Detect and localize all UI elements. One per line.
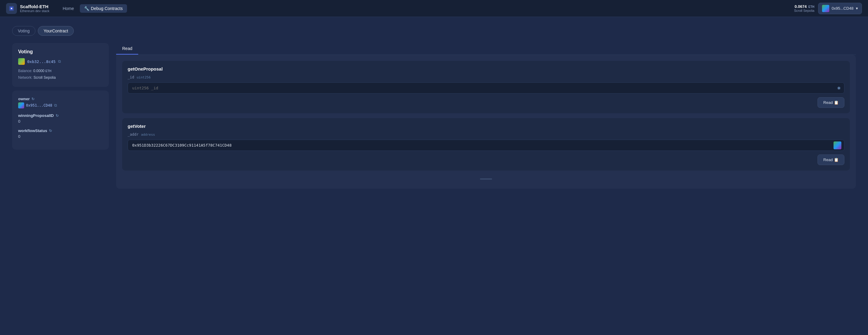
param-row-id: _id uint256 xyxy=(128,75,844,79)
brand-title: Scaffold-ETH xyxy=(20,4,49,9)
tab-voting[interactable]: Voting xyxy=(12,26,35,36)
owner-refresh-icon[interactable]: ↻ xyxy=(31,97,34,101)
param-type-id: uint256 xyxy=(137,76,151,79)
tab-yourcontract[interactable]: YourContract xyxy=(38,26,74,36)
workflow-label: workflowStatus xyxy=(18,129,47,133)
function-card-getoneproposal: getOneProposal _id uint256 ✱ Read 📋 xyxy=(122,61,850,113)
winning-label: winningProposalID xyxy=(18,113,54,118)
eth-balance: 0.0674 ETH Scroll Sepolia xyxy=(794,4,814,12)
owner-addr-text: 0x951...CD48 xyxy=(26,103,52,108)
function-name-getvoter: getVoter xyxy=(128,123,844,129)
param-name-id: _id xyxy=(128,75,134,79)
param-type-addr: address xyxy=(141,133,155,137)
svg-rect-2 xyxy=(11,8,12,9)
wallet-button[interactable]: 0x95...CD48 ▾ xyxy=(818,3,862,14)
input-wrapper-id: ✱ xyxy=(128,82,844,93)
scroll-indicator-area xyxy=(122,175,850,183)
brand-logo xyxy=(6,3,17,14)
navbar-right: 0.0674 ETH Scroll Sepolia 0x95...CD48 ▾ xyxy=(794,3,862,14)
nav-debug-label: Debug Contracts xyxy=(91,6,123,11)
param-input-id[interactable] xyxy=(128,82,844,93)
right-panel: Read getOneProposal _id uint256 ✱ xyxy=(116,43,856,189)
eth-amount: 0.0674 ETH xyxy=(794,4,814,9)
workflow-value: 0 xyxy=(18,134,103,139)
main-content: Voting YourContract Voting 0xb32...8c45 … xyxy=(0,17,868,198)
chevron-down-icon: ▾ xyxy=(856,6,858,10)
input-star-icon: ✱ xyxy=(837,86,841,90)
voting-contract-name: Voting xyxy=(18,49,103,55)
functions-panel: getOneProposal _id uint256 ✱ Read 📋 xyxy=(116,55,856,189)
param-name-addr: _addr xyxy=(128,132,138,137)
nav-home[interactable]: Home xyxy=(58,4,78,13)
tab-read[interactable]: Read xyxy=(116,43,138,55)
param-row-addr: _addr address xyxy=(128,132,844,137)
nav-links: Home 🔧 Debug Contracts xyxy=(58,4,127,13)
winning-refresh-icon[interactable]: ↻ xyxy=(56,114,59,118)
owner-avatar xyxy=(18,102,24,108)
workflow-refresh-icon[interactable]: ↻ xyxy=(49,129,52,133)
content-layout: Voting 0xb32...8c45 ⧉ Balance: 0.0000 ET… xyxy=(12,43,856,189)
input-wrapper-addr xyxy=(128,140,844,151)
owner-label: owner xyxy=(18,96,30,101)
owner-address: 0x951...CD48 ⧉ xyxy=(18,102,103,108)
contract-addr-text: 0xb32...8c45 xyxy=(27,59,56,64)
contract-address-row: 0xb32...8c45 ⧉ xyxy=(18,58,103,65)
read-button-getvoter[interactable]: Read 📋 xyxy=(817,155,844,165)
state-item-winning: winningProposalID ↻ 0 xyxy=(18,113,103,123)
input-avatar-addr xyxy=(834,141,841,149)
wallet-avatar xyxy=(822,5,829,12)
function-card-getvoter: getVoter _addr address Read 📋 xyxy=(122,118,850,170)
scroll-indicator xyxy=(480,178,492,179)
eth-network: Scroll Sepolia xyxy=(794,9,814,12)
navbar: Scaffold-ETH Ethereum dev stack Home 🔧 D… xyxy=(0,0,868,17)
read-button-getoneproposal[interactable]: Read 📋 xyxy=(817,97,844,108)
brand-subtitle: Ethereum dev stack xyxy=(20,9,49,13)
winning-value: 0 xyxy=(18,119,103,123)
owner-copy-icon[interactable]: ⧉ xyxy=(54,103,57,108)
state-card: owner ↻ 0x951...CD48 ⧉ winningProposalID… xyxy=(12,90,109,150)
contract-tabs: Voting YourContract xyxy=(12,26,856,36)
voting-info-card: Voting 0xb32...8c45 ⧉ Balance: 0.0000 ET… xyxy=(12,43,109,87)
copy-icon[interactable]: ⧉ xyxy=(58,59,61,64)
read-tab-bar: Read xyxy=(116,43,856,55)
state-item-owner: owner ↻ 0x951...CD48 ⧉ xyxy=(18,96,103,108)
debug-icon: 🔧 xyxy=(84,6,89,11)
contract-addr-avatar xyxy=(18,58,25,65)
param-input-addr[interactable] xyxy=(128,140,844,151)
nav-debug[interactable]: 🔧 Debug Contracts xyxy=(80,4,127,13)
left-panel: Voting 0xb32...8c45 ⧉ Balance: 0.0000 ET… xyxy=(12,43,109,150)
brand: Scaffold-ETH Ethereum dev stack xyxy=(6,3,49,14)
wallet-address: 0x95...CD48 xyxy=(832,6,854,10)
function-name-getoneproposal: getOneProposal xyxy=(128,66,844,72)
contract-meta: Balance: 0.0000 ETH Network: Scroll Sepo… xyxy=(18,68,103,81)
state-item-workflow: workflowStatus ↻ 0 xyxy=(18,129,103,139)
